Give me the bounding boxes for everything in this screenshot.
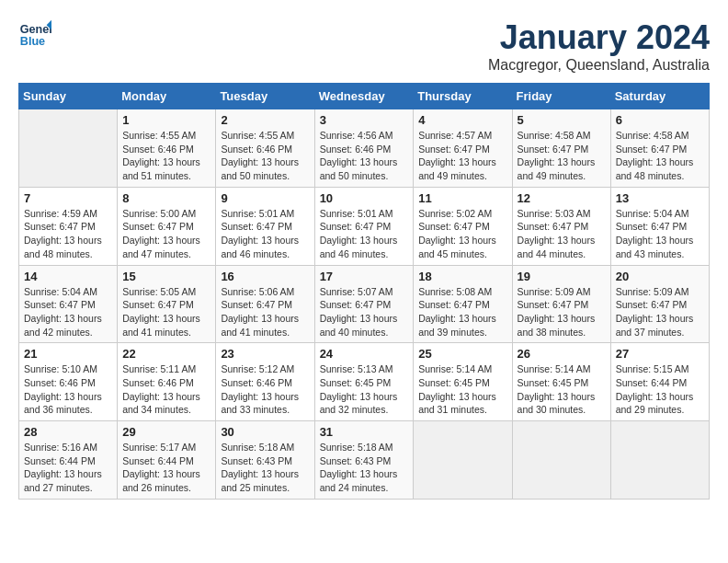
calendar-cell: 2Sunrise: 4:55 AMSunset: 6:46 PMDaylight…: [216, 109, 314, 188]
calendar-cell: 10Sunrise: 5:01 AMSunset: 6:47 PMDayligh…: [314, 187, 414, 265]
calendar-cell: 18Sunrise: 5:08 AMSunset: 6:47 PMDayligh…: [414, 265, 512, 343]
day-info: Sunrise: 5:05 AMSunset: 6:47 PMDaylight:…: [122, 285, 210, 339]
weekday-header: Sunday: [19, 84, 118, 109]
day-number: 14: [24, 270, 112, 283]
day-number: 23: [221, 347, 309, 361]
day-number: 6: [616, 113, 704, 127]
day-number: 29: [122, 425, 210, 439]
day-info: Sunrise: 4:59 AMSunset: 6:47 PMDaylight:…: [24, 207, 112, 261]
day-info: Sunrise: 5:16 AMSunset: 6:44 PMDaylight:…: [24, 441, 112, 495]
day-number: 19: [518, 270, 606, 283]
day-info: Sunrise: 5:00 AMSunset: 6:47 PMDaylight:…: [122, 207, 210, 261]
day-number: 31: [320, 425, 409, 439]
calendar-cell: 3Sunrise: 4:56 AMSunset: 6:46 PMDaylight…: [314, 109, 414, 188]
day-info: Sunrise: 5:08 AMSunset: 6:47 PMDaylight:…: [418, 285, 506, 339]
day-info: Sunrise: 4:58 AMSunset: 6:47 PMDaylight:…: [518, 129, 606, 183]
day-number: 26: [518, 347, 606, 361]
day-number: 8: [122, 191, 210, 205]
calendar-cell: 21Sunrise: 5:10 AMSunset: 6:46 PMDayligh…: [19, 343, 118, 421]
calendar-cell: [19, 109, 118, 188]
calendar-cell: 15Sunrise: 5:05 AMSunset: 6:47 PMDayligh…: [118, 265, 216, 343]
day-number: 10: [320, 191, 409, 205]
day-info: Sunrise: 4:55 AMSunset: 6:46 PMDaylight:…: [122, 129, 210, 183]
day-info: Sunrise: 5:09 AMSunset: 6:47 PMDaylight:…: [616, 285, 704, 339]
day-number: 15: [122, 270, 210, 283]
day-number: 21: [24, 347, 112, 361]
day-number: 12: [518, 191, 606, 205]
day-info: Sunrise: 5:06 AMSunset: 6:47 PMDaylight:…: [221, 285, 309, 339]
day-info: Sunrise: 5:07 AMSunset: 6:47 PMDaylight:…: [320, 285, 409, 339]
day-number: 28: [24, 425, 112, 439]
calendar-table: SundayMondayTuesdayWednesdayThursdayFrid…: [18, 83, 710, 500]
day-number: 17: [320, 270, 409, 283]
calendar-cell: 14Sunrise: 5:04 AMSunset: 6:47 PMDayligh…: [19, 265, 118, 343]
calendar-cell: 26Sunrise: 5:14 AMSunset: 6:45 PMDayligh…: [512, 343, 610, 421]
calendar-cell: 30Sunrise: 5:18 AMSunset: 6:43 PMDayligh…: [216, 421, 314, 500]
title-area: January 2024 Macgregor, Queensland, Aust…: [488, 18, 710, 74]
calendar-week-row: 14Sunrise: 5:04 AMSunset: 6:47 PMDayligh…: [19, 265, 710, 343]
day-info: Sunrise: 5:02 AMSunset: 6:47 PMDaylight:…: [418, 207, 506, 261]
svg-text:Blue: Blue: [20, 35, 45, 48]
calendar-cell: 20Sunrise: 5:09 AMSunset: 6:47 PMDayligh…: [610, 265, 709, 343]
day-info: Sunrise: 5:03 AMSunset: 6:47 PMDaylight:…: [518, 207, 606, 261]
calendar-week-row: 21Sunrise: 5:10 AMSunset: 6:46 PMDayligh…: [19, 343, 710, 421]
day-number: 7: [24, 191, 112, 205]
day-info: Sunrise: 4:56 AMSunset: 6:46 PMDaylight:…: [320, 129, 409, 183]
weekday-header: Tuesday: [216, 84, 314, 109]
calendar-cell: [414, 421, 512, 500]
logo: General Blue: [18, 18, 51, 52]
calendar-cell: 27Sunrise: 5:15 AMSunset: 6:44 PMDayligh…: [610, 343, 709, 421]
header: General Blue January 2024 Macgregor, Que…: [18, 18, 710, 74]
logo-icon: General Blue: [18, 18, 51, 52]
day-info: Sunrise: 4:58 AMSunset: 6:47 PMDaylight:…: [616, 129, 704, 183]
day-info: Sunrise: 4:57 AMSunset: 6:47 PMDaylight:…: [418, 129, 506, 183]
day-number: 27: [616, 347, 704, 361]
calendar-cell: 12Sunrise: 5:03 AMSunset: 6:47 PMDayligh…: [512, 187, 610, 265]
calendar-cell: 23Sunrise: 5:12 AMSunset: 6:46 PMDayligh…: [216, 343, 314, 421]
day-number: 20: [616, 270, 704, 283]
day-number: 1: [122, 113, 210, 127]
calendar-cell: 28Sunrise: 5:16 AMSunset: 6:44 PMDayligh…: [19, 421, 118, 500]
day-info: Sunrise: 5:12 AMSunset: 6:46 PMDaylight:…: [221, 362, 309, 417]
location-title: Macgregor, Queensland, Australia: [488, 57, 710, 74]
weekday-header: Thursday: [414, 84, 512, 109]
day-number: 25: [418, 347, 506, 361]
calendar-cell: 11Sunrise: 5:02 AMSunset: 6:47 PMDayligh…: [414, 187, 512, 265]
day-number: 4: [418, 113, 506, 127]
day-info: Sunrise: 5:14 AMSunset: 6:45 PMDaylight:…: [418, 362, 506, 417]
day-number: 16: [221, 270, 309, 283]
day-info: Sunrise: 5:01 AMSunset: 6:47 PMDaylight:…: [221, 207, 309, 261]
calendar-cell: [610, 421, 709, 500]
calendar-cell: 29Sunrise: 5:17 AMSunset: 6:44 PMDayligh…: [118, 421, 216, 500]
month-title: January 2024: [488, 18, 710, 57]
day-info: Sunrise: 5:11 AMSunset: 6:46 PMDaylight:…: [122, 362, 210, 417]
day-info: Sunrise: 5:10 AMSunset: 6:46 PMDaylight:…: [24, 362, 112, 417]
day-number: 30: [221, 425, 309, 439]
weekday-header: Monday: [118, 84, 216, 109]
day-number: 18: [418, 270, 506, 283]
day-number: 11: [418, 191, 506, 205]
day-info: Sunrise: 4:55 AMSunset: 6:46 PMDaylight:…: [221, 129, 309, 183]
calendar-cell: [512, 421, 610, 500]
day-info: Sunrise: 5:15 AMSunset: 6:44 PMDaylight:…: [616, 362, 704, 417]
calendar-week-row: 7Sunrise: 4:59 AMSunset: 6:47 PMDaylight…: [19, 187, 710, 265]
weekday-header-row: SundayMondayTuesdayWednesdayThursdayFrid…: [19, 84, 710, 109]
day-number: 9: [221, 191, 309, 205]
day-number: 5: [518, 113, 606, 127]
day-info: Sunrise: 5:01 AMSunset: 6:47 PMDaylight:…: [320, 207, 409, 261]
day-info: Sunrise: 5:09 AMSunset: 6:47 PMDaylight:…: [518, 285, 606, 339]
calendar-cell: 9Sunrise: 5:01 AMSunset: 6:47 PMDaylight…: [216, 187, 314, 265]
calendar-cell: 16Sunrise: 5:06 AMSunset: 6:47 PMDayligh…: [216, 265, 314, 343]
calendar-cell: 31Sunrise: 5:18 AMSunset: 6:43 PMDayligh…: [314, 421, 414, 500]
calendar-cell: 24Sunrise: 5:13 AMSunset: 6:45 PMDayligh…: [314, 343, 414, 421]
day-info: Sunrise: 5:13 AMSunset: 6:45 PMDaylight:…: [320, 362, 409, 417]
weekday-header: Wednesday: [314, 84, 414, 109]
calendar-cell: 6Sunrise: 4:58 AMSunset: 6:47 PMDaylight…: [610, 109, 709, 188]
calendar-cell: 19Sunrise: 5:09 AMSunset: 6:47 PMDayligh…: [512, 265, 610, 343]
calendar-week-row: 28Sunrise: 5:16 AMSunset: 6:44 PMDayligh…: [19, 421, 710, 500]
calendar-cell: 1Sunrise: 4:55 AMSunset: 6:46 PMDaylight…: [118, 109, 216, 188]
day-info: Sunrise: 5:14 AMSunset: 6:45 PMDaylight:…: [518, 362, 606, 417]
day-info: Sunrise: 5:04 AMSunset: 6:47 PMDaylight:…: [24, 285, 112, 339]
calendar-cell: 22Sunrise: 5:11 AMSunset: 6:46 PMDayligh…: [118, 343, 216, 421]
calendar-cell: 4Sunrise: 4:57 AMSunset: 6:47 PMDaylight…: [414, 109, 512, 188]
